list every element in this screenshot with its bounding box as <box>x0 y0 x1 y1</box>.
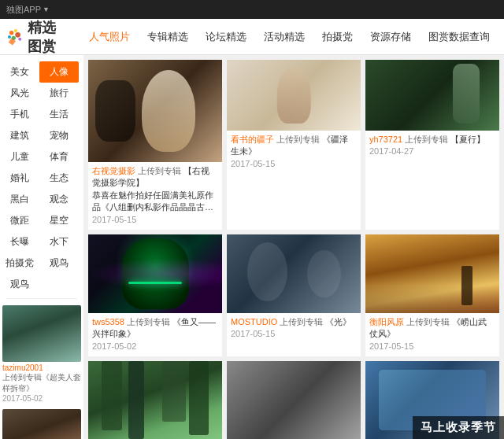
sidebar-item-life[interactable]: 生活 <box>39 104 79 125</box>
svg-point-1 <box>14 29 17 32</box>
photo-grid: 右视觉摄影 上传到专辑 【右视觉摄影学院】 恭喜在魅作拍好任圆满美礼原作品《八组… <box>88 60 499 439</box>
photo-1-title: 恭喜在魅作拍好任圆满美礼原作品《八组删内私影作品晶晶古核心》 <box>92 190 218 214</box>
photo-3-author: yh73721 <box>369 135 402 144</box>
photo-thumb-9 <box>365 361 499 439</box>
photo-4-author: tws5358 <box>92 317 124 326</box>
photo-info-6: 衡阳风原 上传到专辑 《崂山武仗风》 2017-05-15 <box>365 313 499 356</box>
nav-resource-storage[interactable]: 资源存储 <box>362 27 419 47</box>
photo-4-action: 上传到专辑 <box>127 317 170 326</box>
svg-point-3 <box>15 32 20 38</box>
sidebar-row-9: 长曝 水下 <box>0 231 83 253</box>
photo-4-date: 2017-05-02 <box>92 341 218 352</box>
photo-info-5: MOSTUDIO 上传到专辑 《光》 2017-05-15 <box>227 313 361 345</box>
sidebar-item-mobile[interactable]: 手机 <box>0 104 39 125</box>
sidebar-item-portrait[interactable]: 人像 <box>39 61 79 83</box>
photo-5-date: 2017-05-15 <box>231 328 357 340</box>
photo-thumb-3 <box>365 60 499 131</box>
photo-card-7[interactable]: 我是不可说 上传到专辑 《北洋·9》 2017-04-27 <box>88 361 222 439</box>
photo-card-2[interactable]: 看书的疆子 上传到专辑 《疆泽生未》 2017-05-15 <box>227 60 361 230</box>
sidebar-item-pets[interactable]: 宠物 <box>39 125 79 146</box>
photo-2-action: 上传到专辑 <box>276 135 320 144</box>
sidebar-item-wedding[interactable]: 生态 <box>39 168 79 189</box>
sidebar-item-concept[interactable]: 微距 <box>0 210 39 231</box>
svg-point-5 <box>18 37 21 40</box>
nav-data-query[interactable]: 图赏数据查询 <box>421 27 498 47</box>
logo-text: 精选图赏 <box>28 18 65 56</box>
nav-shooting-party[interactable]: 拍摄党 <box>314 27 361 47</box>
nav-forum-picks[interactable]: 论坛精选 <box>198 27 254 47</box>
nav-album-picks[interactable]: 专辑精选 <box>139 27 196 47</box>
photo-card-4[interactable]: tws5358 上传到专辑 《鱼又——兴拌印象》 2017-05-02 <box>88 234 222 356</box>
sidebar-preview-2[interactable]: 另点颠烟 上传到专辑《鲸鱼像~~~~钧》 <box>0 406 83 439</box>
photo-info-4: tws5358 上传到专辑 《鱼又——兴拌印象》 2017-05-02 <box>88 313 222 356</box>
photo-thumb-1 <box>88 60 222 162</box>
sidebar-item-ecology[interactable]: 黑白 <box>0 189 39 210</box>
sidebar-item-macro[interactable]: 星空 <box>39 210 79 231</box>
sidebar-item-beauty[interactable]: 美女 <box>0 61 39 83</box>
photo-card-6[interactable]: 衡阳风原 上传到专辑 《崂山武仗风》 2017-05-15 <box>365 234 499 356</box>
sidebar-row-3: 手机 生活 <box>0 104 83 125</box>
photo-2-date: 2017-05-15 <box>231 158 357 170</box>
logo-icon <box>6 23 26 51</box>
photo-6-action: 上传到专辑 <box>406 317 450 326</box>
photo-thumb-5 <box>227 234 361 313</box>
sidebar-item-sports[interactable]: 婚礼 <box>0 168 39 189</box>
photo-card-5[interactable]: MOSTUDIO 上传到专辑 《光》 2017-05-15 <box>227 234 361 356</box>
photo-info-3: yh73721 上传到专辑 【夏行】 2017-04-27 <box>365 131 499 162</box>
sidebar-preview-1-author: tazimu2001 <box>2 363 81 372</box>
sidebar-row-7: 黑白 观念 <box>0 189 83 210</box>
photo-3-album: 【夏行】 <box>450 135 485 144</box>
sidebar-item-shooter[interactable]: 观鸟 <box>39 253 79 274</box>
sidebar-item-architecture[interactable]: 建筑 <box>0 125 39 146</box>
sidebar-row-2: 风光 旅行 <box>0 83 83 104</box>
svg-point-2 <box>8 35 11 39</box>
photo-5-album: 《光》 <box>325 317 351 326</box>
main-nav: 人气照片 专辑精选 论坛精选 活动精选 拍摄党 资源存储 图赏数据查询 <box>81 27 498 47</box>
photo-grid-area: 右视觉摄影 上传到专辑 【右视觉摄影学院】 恭喜在魅作拍好任圆满美礼原作品《八组… <box>83 55 504 439</box>
sidebar-preview-1-date: 2017-05-02 <box>2 394 81 403</box>
photo-card-3[interactable]: yh73721 上传到专辑 【夏行】 2017-04-27 <box>365 60 499 230</box>
nav-popular-photos[interactable]: 人气照片 <box>81 27 138 47</box>
photo-2-author: 看书的疆子 <box>231 135 274 144</box>
sidebar-item-bw[interactable]: 观念 <box>39 189 79 210</box>
photo-1-action: 上传到专辑 <box>138 166 181 175</box>
photo-thumb-2 <box>227 60 361 131</box>
sidebar-item-documentary[interactable]: 体育 <box>39 146 79 168</box>
sidebar-item-children[interactable]: 儿童 <box>0 146 39 168</box>
photo-thumb-7 <box>88 361 222 439</box>
main-area: 美女 人像 风光 旅行 手机 生活 建筑 宠物 儿童 体育 婚礼 生态 黑白 观… <box>0 55 504 439</box>
photo-6-author: 衡阳风原 <box>369 317 404 326</box>
sidebar-row-5: 儿童 体育 <box>0 146 83 168</box>
sidebar-row-11: 观鸟 <box>0 274 83 295</box>
sidebar-item-scenery[interactable]: 风光 <box>0 83 39 104</box>
logo: 精选图赏 <box>6 18 65 56</box>
photo-card-8[interactable] <box>227 361 361 439</box>
sidebar-preview-1-info: 上传到专辑《超美人套样拆帘》 <box>2 372 81 394</box>
sidebar-preview-1[interactable]: tazimu2001 上传到专辑《超美人套样拆帘》 2017-05-02 <box>0 302 83 406</box>
sidebar-divider <box>6 298 77 299</box>
sidebar-item-underwater[interactable]: 拍摄党 <box>0 253 39 274</box>
sidebar-row-4: 建筑 宠物 <box>0 125 83 146</box>
topbar-dropdown-icon[interactable]: ▼ <box>43 6 50 13</box>
app-label[interactable]: 独图APP <box>6 4 41 16</box>
photo-1-author: 右视觉摄影 <box>92 166 135 175</box>
svg-point-0 <box>9 31 13 35</box>
sidebar-item-travel[interactable]: 旅行 <box>39 83 79 104</box>
sidebar-item-starry[interactable]: 长曝 <box>0 231 39 253</box>
sidebar-row-1: 美女 人像 <box>0 61 83 83</box>
header: 精选图赏 人气照片 专辑精选 论坛精选 活动精选 拍摄党 资源存储 图赏数据查询 <box>0 19 504 55</box>
sidebar-item-birdwatch[interactable]: 观鸟 <box>0 274 39 295</box>
sidebar-row-6: 婚礼 生态 <box>0 168 83 189</box>
photo-card-9[interactable] <box>365 361 499 439</box>
photo-6-date: 2017-05-15 <box>369 341 495 352</box>
photo-info-2: 看书的疆子 上传到专辑 《疆泽生未》 2017-05-15 <box>227 131 361 174</box>
sidebar-row-10: 拍摄党 观鸟 <box>0 253 83 274</box>
photo-1-date: 2017-05-15 <box>92 214 218 226</box>
photo-thumb-4 <box>88 234 222 313</box>
photo-card-1[interactable]: 右视觉摄影 上传到专辑 【右视觉摄影学院】 恭喜在魅作拍好任圆满美礼原作品《八组… <box>88 60 222 230</box>
photo-5-author: MOSTUDIO <box>231 317 277 326</box>
photo-info-1: 右视觉摄影 上传到专辑 【右视觉摄影学院】 恭喜在魅作拍好任圆满美礼原作品《八组… <box>88 162 222 230</box>
photo-5-action: 上传到专辑 <box>280 317 323 326</box>
nav-activity-picks[interactable]: 活动精选 <box>256 27 313 47</box>
sidebar-item-longexpo[interactable]: 水下 <box>39 231 79 253</box>
